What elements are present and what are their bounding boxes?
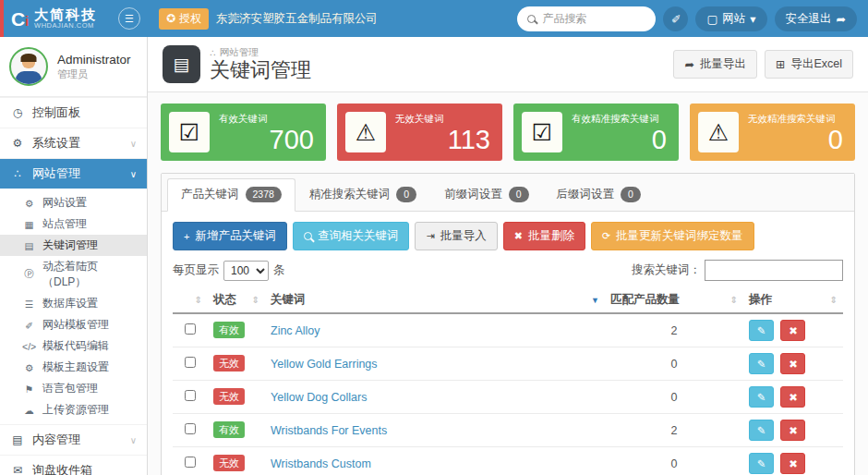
tab-product-keywords[interactable]: 产品关键词 2378 (167, 178, 295, 212)
batch-delete-button[interactable]: ✖ 批量删除 (503, 222, 585, 250)
submenu-item-label: 上传资源管理 (42, 402, 109, 418)
row-checkbox[interactable] (185, 357, 196, 368)
batch-update-bindings-button[interactable]: ⟳ 批量更新关键词绑定数量 (591, 222, 754, 250)
edit-button[interactable]: ✎ (749, 453, 774, 474)
submenu-item-language-pack[interactable]: ⚑ 语言包管理 (0, 378, 147, 399)
product-search-input[interactable] (542, 12, 634, 25)
query-related-keywords-button[interactable]: 查询相关关键词 (293, 222, 410, 250)
delete-icon: ✖ (789, 391, 798, 404)
edit-button[interactable]: ✎ (749, 386, 774, 408)
add-keyword-button[interactable]: + 新增产品关键词 (173, 222, 287, 250)
submenu-item-database-settings[interactable]: ☰ 数据库设置 (0, 293, 147, 314)
submenu-item-template-management[interactable]: ✐ 网站模板管理 (0, 314, 147, 335)
table-row: 无效 Wristbands Custom 0 ✎ ✖ (173, 447, 843, 475)
delete-button[interactable]: ✖ (780, 320, 805, 341)
list-icon: ▦ (22, 219, 36, 230)
table-row: 无效 Yellow Gold Earrings 0 ✎ ✖ (173, 347, 843, 381)
brand-logo[interactable]: Ci 大简科技 WHDAJIAN.COM ☰ (0, 0, 148, 37)
delete-button[interactable]: ✖ (780, 353, 805, 374)
sidebar-item-dashboard[interactable]: ◷ 控制面板 (0, 97, 147, 128)
tab-count-badge: 0 (621, 187, 641, 202)
cogs-icon: ⚙ (22, 198, 36, 209)
keyword-link[interactable]: Wristbands For Events (271, 424, 387, 437)
keyword-link[interactable]: Wristbands Custom (271, 457, 371, 470)
row-checkbox[interactable] (185, 390, 196, 401)
breadcrumb-label: 网站管理 (220, 46, 259, 59)
topbar: Ci 大简科技 WHDAJIAN.COM ☰ ✪ 授权 东莞济安塑胶五金制品有限… (0, 0, 868, 37)
times-icon: ✖ (514, 230, 523, 242)
hamburger-icon: ☰ (125, 13, 134, 25)
sort-icon: ⇕ (730, 295, 738, 305)
edit-button[interactable]: ✎ (749, 320, 774, 341)
content-header: ▤ ∴ 网站管理 关键词管理 ➦ 批量导出 ⊞ 导出Excel (148, 37, 868, 92)
page-size-suffix: 条 (273, 262, 285, 278)
product-search[interactable] (517, 6, 656, 31)
sidebar-toggle-button[interactable]: ☰ (118, 7, 140, 30)
stat-cards: ☑ 有效关键词 700 ⚠ 无效关键词 113 ☑ 有效精 (161, 104, 855, 161)
submenu-item-upload-resources[interactable]: ☁ 上传资源管理 (0, 399, 147, 420)
tab-count-badge: 2378 (246, 187, 282, 202)
delete-button[interactable]: ✖ (780, 453, 805, 474)
tab-precise-search-keywords[interactable]: 精准搜索关键词 0 (295, 178, 430, 212)
delete-button[interactable]: ✖ (780, 420, 805, 441)
edit-button[interactable]: ✎ (749, 420, 774, 441)
stat-card-valid-keywords: ☑ 有效关键词 700 (161, 104, 326, 161)
edit-icon: ✎ (757, 391, 766, 404)
edit-button[interactable]: ✎ (749, 353, 774, 374)
batch-export-button[interactable]: ➦ 批量导出 (673, 50, 756, 79)
header-status[interactable]: 状态⇕ (208, 287, 265, 313)
keyword-search-input[interactable] (705, 260, 843, 281)
keyword-link[interactable]: Yellow Gold Earrings (271, 358, 378, 371)
submenu-item-keyword-management[interactable]: ▤ 关键词管理 (0, 235, 147, 256)
tab-label: 后缀词设置 (557, 187, 615, 202)
delete-button[interactable]: ✖ (780, 386, 805, 408)
header-keyword[interactable]: 关键词▼ (265, 287, 605, 313)
tab-label: 产品关键词 (181, 187, 239, 202)
stat-card-value: 113 (395, 126, 490, 153)
export-excel-button[interactable]: ⊞ 导出Excel (765, 50, 853, 79)
export-icon: ➦ (684, 57, 693, 71)
submenu-item-template-theme[interactable]: ⚙ 模板主题设置 (0, 357, 147, 378)
header-match-count[interactable]: 匹配产品数量⇕ (605, 287, 743, 313)
sidebar-item-site-management[interactable]: ∴ 网站管理 ∨ (0, 158, 147, 189)
site-menu-button[interactable]: ▢ 网站 ▾ (695, 6, 766, 31)
status-badge: 无效 (213, 388, 245, 405)
row-checkbox[interactable] (185, 323, 196, 335)
user-panel: Administrator 管理员 (0, 37, 147, 97)
header-checkbox-column[interactable]: ⇕ (173, 287, 208, 313)
row-checkbox[interactable] (185, 423, 196, 434)
theme-brush-button[interactable]: ✐ (663, 6, 688, 31)
keyword-link[interactable]: Zinc Alloy (271, 324, 320, 337)
delete-icon: ✖ (789, 457, 798, 470)
book-icon: ▤ (10, 433, 25, 446)
keyword-link[interactable]: Yellow Dog Collars (271, 391, 367, 404)
sidebar-item-content-management[interactable]: ▤ 内容管理 ∨ (0, 424, 147, 455)
edit-icon: ✎ (757, 424, 766, 437)
check-square-icon: ☑ (522, 112, 562, 152)
sidebar-item-label: 询盘收件箱 (32, 462, 92, 475)
page-size-select[interactable]: 100 (223, 261, 269, 281)
batch-import-button[interactable]: ⇥ 批量导入 (415, 222, 497, 250)
submenu-item-dlp[interactable]: Ⓟ 动态着陆页（DLP） (0, 256, 147, 293)
chevron-down-icon: ∨ (130, 139, 137, 149)
submenu-item-label: 模板代码编辑 (42, 338, 109, 354)
tab-prefix-settings[interactable]: 前缀词设置 0 (430, 178, 542, 212)
row-checkbox[interactable] (185, 457, 196, 468)
tab-count-badge: 0 (509, 187, 529, 202)
sidebar-item-inquiry-inbox[interactable]: ✉ 询盘收件箱 (0, 455, 147, 475)
header-actions[interactable]: 操作⇕ (743, 287, 843, 313)
submenu-item-template-code[interactable]: </> 模板代码编辑 (0, 335, 147, 357)
sort-icon: ⇕ (195, 295, 202, 305)
brand-logo-mark: Ci (11, 9, 29, 29)
match-count: 0 (605, 447, 743, 475)
submenu-item-site-list[interactable]: ▦ 站点管理 (0, 213, 147, 235)
keyword-panel: 产品关键词 2378 精准搜索关键词 0 前缀词设置 0 后缀词设置 0 (161, 173, 855, 475)
logout-button[interactable]: 安全退出 ➦ (775, 6, 857, 31)
sidebar-item-label: 内容管理 (32, 432, 80, 448)
submenu-item-website-settings[interactable]: ⚙ 网站设置 (0, 192, 147, 213)
submenu-item-label: 语言包管理 (42, 381, 98, 396)
tab-suffix-settings[interactable]: 后缀词设置 0 (543, 178, 655, 212)
sidebar-item-system-settings[interactable]: ⚙ 系统设置 ∨ (0, 128, 147, 158)
table-header-row: ⇕ 状态⇕ 关键词▼ 匹配产品数量⇕ (173, 287, 843, 313)
tab-bar: 产品关键词 2378 精准搜索关键词 0 前缀词设置 0 后缀词设置 0 (162, 174, 854, 212)
